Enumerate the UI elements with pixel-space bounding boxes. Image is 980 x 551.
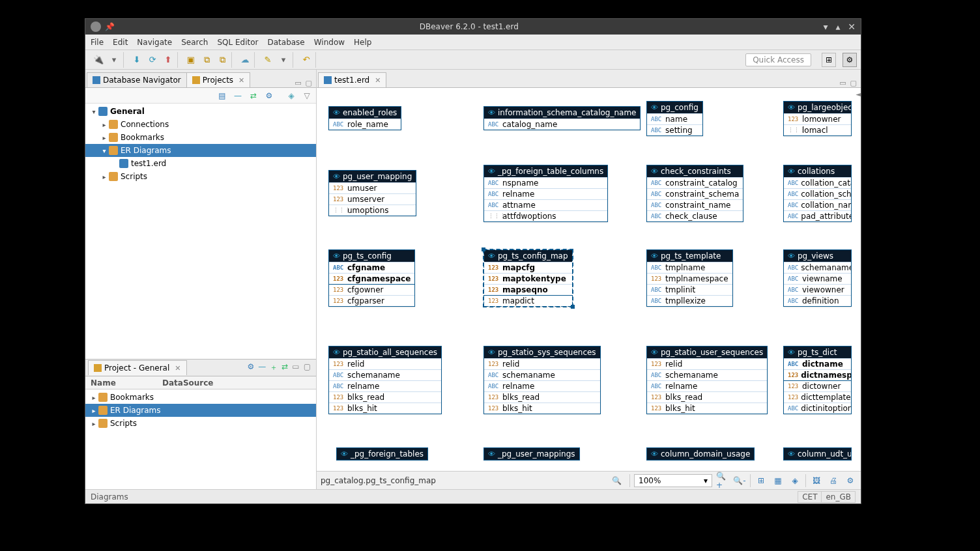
editor-tab-test1-erd[interactable]: test1.erd ✕ [318,72,386,87]
column-name[interactable]: Name [85,377,157,389]
projects-tree[interactable]: ▾ General ▸ Connections ▸ Bookmarks ▾ ER… [85,104,316,359]
tab-projects[interactable]: Projects ✕ [186,72,251,87]
sql-editor-recent-button[interactable]: ⧉ [216,53,229,66]
erd-table-pg_ts_template[interactable]: 👁pg_ts_templateABCtmplname123tmplnamespa… [646,249,733,307]
erd-table-pg_user_mapping[interactable]: 👁pg_user_mapping123umuser123umserver⋮⋮⋮u… [328,170,416,216]
menu-file[interactable]: File [91,38,104,47]
add-button[interactable]: ＋ [270,362,278,373]
connect-button[interactable]: ⬇ [130,53,143,66]
menu-database[interactable]: Database [267,38,304,47]
erd-table-pg_config[interactable]: 👁pg_configABCnameABCsetting [646,101,703,136]
tree-root[interactable]: ▾ General [85,105,316,118]
erd-table-pg_ts_config_map[interactable]: 👁pg_ts_config_map123mapcfg123maptokentyp… [483,249,573,307]
erd-table-pg_statio_sys_sequences[interactable]: 👁pg_statio_sys_sequences123relidABCschem… [483,346,601,414]
create-project-button[interactable]: ▤ [217,91,227,101]
configure-button[interactable]: ⚙ [264,91,274,101]
configure-button[interactable]: ⚙ [247,362,254,373]
tree-item-bookmarks[interactable]: ▸ Bookmarks [85,131,316,144]
erd-table-column_domain_usage[interactable]: 👁column_domain_usage [646,447,755,460]
erd-table-collations[interactable]: 👁collationsABCcollation_cataloABCcollati… [783,165,852,222]
tree-item-bookmarks[interactable]: ▸ Bookmarks [85,391,316,404]
refresh-button[interactable]: ◈ [788,474,801,487]
dropdown-icon[interactable]: ▾ [277,53,290,66]
project-tree[interactable]: ▸ Bookmarks ▸ ER Diagrams ▸ Scripts [85,389,316,489]
tree-item-scripts[interactable]: ▸ Scripts [85,417,316,430]
collapse-all-button[interactable]: — [233,91,243,101]
tab-database-navigator[interactable]: Database Navigator [87,72,187,87]
zoom-combo[interactable]: 100% ▾ [634,474,712,487]
titlebar[interactable]: 📌 DBeaver 6.2.0 - test1.erd ▾ ▴ ✕ [85,19,861,35]
minimize-view-button[interactable]: ▭ [292,362,299,373]
menu-edit[interactable]: Edit [113,38,128,47]
maximize-button[interactable]: ▴ [835,21,840,32]
menu-help[interactable]: Help [354,38,371,47]
erd-table-_pg_foreign_tables[interactable]: 👁_pg_foreign_tables [336,447,428,460]
erd-table-column_udt_us[interactable]: 👁column_udt_us [783,447,852,460]
tree-item-test1-erd[interactable]: test1.erd [85,157,316,170]
menu-search[interactable]: Search [181,38,208,47]
perspective-dbeaver-button[interactable]: ⚙ [843,53,857,67]
tree-item-er-diagrams[interactable]: ▾ ER Diagrams [85,144,316,157]
menu-sqleditor[interactable]: SQL Editor [217,38,258,47]
link-editor-button[interactable]: ⇄ [281,362,288,373]
dropdown-icon[interactable]: ▾ [108,53,121,66]
link-editor-button[interactable]: ⇄ [248,91,259,101]
menu-window[interactable]: Window [314,38,345,47]
minimize-view-button[interactable]: ▭ [839,79,846,87]
sql-editor-button[interactable]: ▣ [184,53,197,66]
pin-icon[interactable]: 📌 [105,22,115,31]
tree-item-scripts[interactable]: ▸ Scripts [85,170,316,183]
erd-canvas[interactable]: 👁enabled_rolesABCrole_name👁information_s… [317,88,861,471]
erd-table-pg_statio_user_sequences[interactable]: 👁pg_statio_user_sequences123relidABCsche… [646,346,768,414]
erd-table-enabled_roles[interactable]: 👁enabled_rolesABCrole_name [328,106,401,130]
erd-table-pg_views[interactable]: 👁pg_viewsABCschemanameABCviewnameABCview… [783,249,852,307]
print-button[interactable]: 🖨 [827,474,840,487]
tree-item-er-diagrams[interactable]: ▸ ER Diagrams [85,404,316,417]
new-connection-button[interactable]: 🔌 [92,53,105,66]
collapse-all-button[interactable]: — [258,362,266,373]
search-icon[interactable]: 🔍 [608,476,626,485]
menubar: File Edit Navigate Search SQL Editor Dat… [85,35,861,50]
close-icon[interactable]: ✕ [175,364,180,373]
folder-icon [109,172,118,181]
tree-item-connections[interactable]: ▸ Connections [85,118,316,131]
column-datasource[interactable]: DataSource [157,377,219,389]
disconnect-button[interactable]: ⬆ [162,53,175,66]
erd-table-pg_statio_all_sequences[interactable]: 👁pg_statio_all_sequences123relidABCschem… [328,346,442,414]
quick-access-input[interactable]: Quick Access [745,53,811,66]
close-icon[interactable]: ✕ [238,76,244,85]
toolbar: 🔌 ▾ ⬇ ⟳ ⬆ ▣ ⧉ ⧉ ☁ ✎ ▾ ↶ Quick Access ⊞ ⚙ [85,50,861,70]
close-button[interactable]: ✕ [848,21,856,32]
tab-project-general[interactable]: Project - General ✕ [88,360,187,375]
transaction-button[interactable]: ✎ [261,53,274,66]
maximize-view-button[interactable]: ▢ [850,79,857,87]
zoom-out-button[interactable]: 🔍- [733,474,746,487]
grid-button[interactable]: ▦ [771,474,785,487]
close-icon[interactable]: ✕ [375,76,381,85]
zoom-in-button[interactable]: 🔍+ [716,474,729,487]
export-image-button[interactable]: 🖼 [810,474,823,487]
erd-table-information_schema_catalog_name[interactable]: 👁information_schema_catalog_nameABCcatal… [483,106,641,130]
view-menu-button[interactable]: ▽ [302,91,312,101]
project-table-header: Name DataSource [85,376,316,389]
rollback-button[interactable]: ↶ [300,53,313,66]
layout-button[interactable]: ⊞ [755,474,768,487]
sql-editor-new-button[interactable]: ⧉ [200,53,213,66]
reconnect-button[interactable]: ⟳ [146,53,159,66]
folder-icon [98,406,108,415]
maximize-view-button[interactable]: ▢ [304,362,311,373]
erd-table-pg_ts_config[interactable]: 👁pg_ts_configABCcfgname123cfgnamespace12… [328,249,415,307]
refresh-button[interactable]: ◈ [286,91,296,101]
minimize-button[interactable]: ▾ [824,21,828,32]
erd-table-check_constraints[interactable]: 👁check_constraintsABCconstraint_catalogA… [646,165,743,222]
settings-button[interactable]: ⚙ [844,474,857,487]
erd-table-pg_largeobject_[interactable]: 👁pg_largeobject_123lomowner⋮⋮⋮lomacl [783,101,852,136]
maximize-view-button[interactable]: ▢ [306,79,312,87]
erd-table-_pg_foreign_table_columns[interactable]: 👁_pg_foreign_table_columnsABCnspnameABCr… [483,165,608,222]
erd-table-pg_ts_dict[interactable]: 👁pg_ts_dictABCdictname123dictnamespac123… [783,346,852,414]
menu-navigate[interactable]: Navigate [137,38,172,47]
minimize-view-button[interactable]: ▭ [295,79,301,87]
perspective-open-button[interactable]: ⊞ [822,53,836,67]
commit-button[interactable]: ☁ [238,53,252,66]
erd-table-_pg_user_mappings[interactable]: 👁_pg_user_mappings [483,447,580,460]
